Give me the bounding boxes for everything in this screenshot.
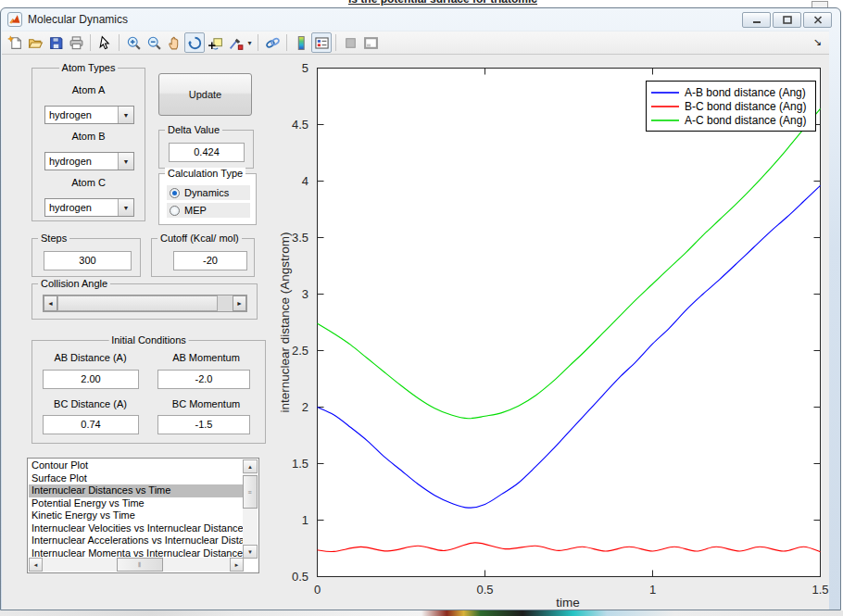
svg-text:0.5: 0.5	[476, 583, 493, 597]
atom-b-dropdown[interactable]: hydrogen ▼	[44, 152, 134, 170]
radio-dynamics[interactable]: Dynamics	[167, 185, 250, 200]
minimize-button[interactable]	[742, 12, 771, 28]
radio-label: MEP	[184, 205, 207, 216]
steps-title: Steps	[38, 233, 69, 244]
open-file-button[interactable]	[25, 32, 45, 53]
pan-hand-icon	[167, 35, 182, 51]
ab-distance-label: AB Distance (A)	[42, 352, 139, 363]
svg-text:3: 3	[302, 287, 308, 301]
scroll-right-icon[interactable]: ►	[230, 558, 244, 572]
new-file-button[interactable]	[5, 32, 25, 53]
brush-button[interactable]	[225, 32, 245, 53]
svg-text:2: 2	[302, 400, 308, 414]
hscroll-thumb[interactable]: ⦀	[117, 558, 163, 572]
list-item[interactable]: Internuclear Accelerations vs Internucle…	[29, 534, 244, 547]
save-floppy-icon	[48, 35, 64, 51]
radio-button-icon[interactable]	[170, 188, 180, 198]
chevron-down-icon[interactable]: ▼	[118, 199, 133, 216]
zoom-in-button[interactable]	[123, 32, 144, 53]
brush-dropdown-icon[interactable]: ▾	[245, 32, 254, 53]
background-window-bottom-sliver	[0, 610, 843, 616]
list-item[interactable]: Potential Energy vs Time	[29, 497, 244, 510]
steps-field[interactable]: 300	[44, 251, 132, 270]
chevron-down-icon[interactable]: ▼	[118, 153, 133, 170]
data-cursor-button[interactable]	[205, 32, 225, 53]
slider-right-arrow-icon[interactable]: ►	[233, 295, 246, 311]
print-button[interactable]	[66, 32, 86, 53]
ab-momentum-field[interactable]: -2.0	[157, 370, 250, 389]
list-item[interactable]: Internuclear Velocities vs Internuclear …	[29, 522, 244, 535]
svg-text:4: 4	[302, 174, 308, 188]
listbox-hscrollbar[interactable]: ◄ ⦀ ►	[29, 558, 244, 572]
zoom-out-icon	[146, 35, 162, 51]
list-item[interactable]: Surface Plot	[29, 472, 244, 485]
list-item[interactable]: Internuclear Distances vs Time	[29, 484, 244, 497]
zoom-in-icon	[126, 35, 142, 51]
update-button[interactable]: Update	[158, 73, 252, 116]
figure-canvas: Atom Types Atom A hydrogen ▼ Atom B hydr…	[2, 55, 829, 610]
slider-track[interactable]	[218, 295, 233, 311]
printer-icon	[69, 35, 84, 51]
atom-a-dropdown[interactable]: hydrogen ▼	[44, 106, 134, 124]
plot-legend[interactable]: A-B bond distance (Ang)B-C bond distance…	[646, 81, 816, 132]
delta-value-field[interactable]: 0.424	[169, 143, 245, 162]
calculation-type-panel: Calculation Type DynamicsMEP	[158, 173, 257, 225]
list-item[interactable]: Contour Plot	[29, 459, 244, 472]
hide-plot-tools-button[interactable]	[340, 32, 360, 53]
legend-icon	[314, 35, 330, 51]
save-button[interactable]	[45, 32, 66, 53]
radio-mep[interactable]: MEP	[167, 203, 250, 218]
app-window: Molecular Dynamics	[0, 7, 841, 610]
show-plot-tools-button[interactable]	[360, 32, 381, 53]
chevron-down-icon[interactable]: ▼	[118, 107, 133, 123]
svg-text:0.5: 0.5	[292, 570, 308, 584]
cutoff-panel: Cutoff (Kcal/ mol) -20	[151, 238, 255, 277]
legend-entry[interactable]: A-B bond distance (Ang)	[651, 85, 811, 99]
radio-button-icon[interactable]	[170, 206, 180, 216]
atom-types-title: Atom Types	[59, 62, 119, 73]
insert-legend-button[interactable]	[311, 32, 332, 53]
vscroll-thumb[interactable]: ≡	[243, 475, 258, 509]
titlebar[interactable]: Molecular Dynamics	[1, 8, 840, 31]
rotate-3d-button[interactable]	[184, 32, 205, 53]
axes-plot[interactable]: 00.511.50.511.522.533.544.55	[317, 68, 821, 577]
svg-text:2.5: 2.5	[292, 344, 308, 358]
bc-distance-field[interactable]: 0.74	[43, 415, 139, 434]
edit-cursor-button[interactable]	[94, 32, 115, 53]
legend-entry[interactable]: A-C bond distance (Ang)	[651, 113, 811, 127]
maximize-button[interactable]	[773, 12, 801, 28]
cutoff-field[interactable]: -20	[173, 251, 247, 270]
link-icon	[265, 35, 281, 51]
link-plots-button[interactable]	[262, 32, 283, 53]
brush-icon	[228, 35, 244, 51]
insert-colorbar-button[interactable]	[291, 32, 311, 53]
ab-distance-field[interactable]: 2.00	[43, 370, 139, 389]
listbox-items: Contour PlotSurface PlotInternuclear Dis…	[29, 459, 244, 559]
atom-b-value: hydrogen	[45, 153, 118, 170]
toolbar-overflow-icon[interactable]: ↘	[813, 36, 822, 48]
minimize-icon	[752, 16, 761, 24]
scroll-up-icon[interactable]: ▲	[243, 459, 258, 473]
scroll-down-icon[interactable]: ▼	[243, 545, 258, 559]
new-file-icon	[7, 35, 23, 51]
legend-label: A-B bond distance (Ang)	[685, 86, 806, 99]
zoom-out-button[interactable]	[144, 32, 164, 53]
open-folder-icon	[28, 35, 44, 51]
plot-type-listbox[interactable]: Contour PlotSurface PlotInternuclear Dis…	[27, 458, 259, 573]
close-button[interactable]	[803, 12, 832, 28]
collision-angle-slider[interactable]: ◄ ►	[43, 295, 247, 312]
legend-entry[interactable]: B-C bond distance (Ang)	[651, 99, 811, 113]
svg-text:1: 1	[649, 583, 656, 597]
list-item[interactable]: Kinetic Energy vs Time	[29, 509, 244, 522]
slider-left-arrow-icon[interactable]: ◄	[44, 295, 57, 311]
slider-thumb[interactable]	[57, 295, 218, 311]
scroll-left-icon[interactable]: ◄	[29, 558, 43, 572]
bc-momentum-label: BC Momentum	[157, 398, 255, 409]
listbox-vscrollbar[interactable]: ▲ ≡ ▼	[243, 459, 258, 559]
atom-c-dropdown[interactable]: hydrogen ▼	[44, 198, 134, 217]
svg-text:1.5: 1.5	[812, 583, 828, 597]
svg-text:3.5: 3.5	[292, 231, 308, 245]
close-icon	[813, 16, 823, 24]
pan-button[interactable]	[164, 32, 184, 53]
bc-momentum-field[interactable]: -1.5	[157, 415, 250, 434]
